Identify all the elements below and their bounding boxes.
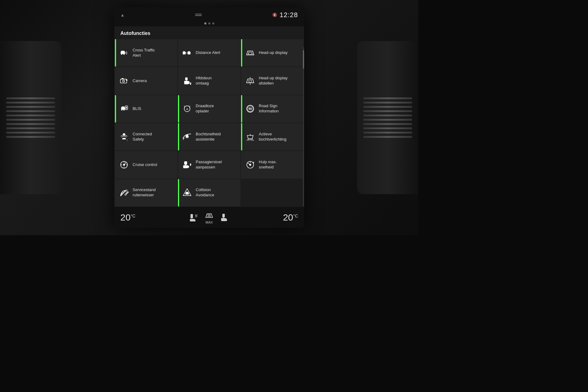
- svg-point-2: [121, 54, 122, 55]
- scrollbar[interactable]: [303, 47, 304, 206]
- main-content: Autofuncties: [114, 26, 304, 206]
- svg-rect-81: [186, 192, 188, 193]
- svg-marker-28: [190, 82, 191, 85]
- svg-rect-67: [184, 161, 187, 165]
- servicestand-label: Servicestandruitenwisser: [133, 187, 174, 198]
- svg-line-59: [251, 139, 252, 141]
- navigation-icon: ▲: [120, 13, 125, 17]
- actieve-bochtverlichting-item[interactable]: Actievebochtverlichting: [241, 123, 303, 150]
- bochtsnelheid-item[interactable]: Bochtsnelheidassistentie: [178, 123, 240, 150]
- svg-point-10: [188, 54, 189, 55]
- camera-item[interactable]: Camera: [115, 67, 177, 94]
- svg-marker-71: [190, 163, 191, 166]
- corner-light-icon: [245, 131, 256, 142]
- svg-line-58: [248, 139, 249, 141]
- draadloze-oplader-label: Draadlozeoplader: [196, 104, 237, 114]
- connected-safety-item[interactable]: i ConnectedSafety: [115, 123, 177, 150]
- svg-point-37: [123, 109, 125, 111]
- svg-rect-80: [185, 193, 189, 194]
- svg-rect-1: [121, 51, 124, 52]
- blis-label: BLIS: [133, 106, 174, 111]
- wiper-icon: [119, 187, 130, 198]
- actieve-bochtverlichting-label: Actievebochtverlichting: [259, 132, 300, 142]
- hulp-max-snelheid-label: Hulp max.snelheid: [259, 160, 300, 170]
- head-up-display-item[interactable]: Head-up display: [241, 39, 303, 66]
- menu-grid: Cross TrafficAlert: [114, 39, 304, 206]
- road-sign-icon: 90: [245, 103, 256, 114]
- cruise-control-icon: [119, 159, 130, 170]
- passenger-seat-icon: [182, 159, 193, 170]
- svg-rect-99: [221, 218, 226, 221]
- cruise-control-label: Cruise control: [133, 162, 174, 168]
- svg-rect-85: [190, 219, 195, 221]
- svg-line-75: [248, 163, 250, 165]
- car-background: ▲ 🔇 12:28 Autofuncties: [0, 0, 418, 235]
- climate-controls: MAX: [189, 211, 229, 224]
- collision-avoidance-label: CollisionAvoidance: [196, 187, 237, 198]
- max-speed-icon: [245, 159, 256, 170]
- svg-point-46: [123, 133, 125, 136]
- hfdsteun-item[interactable]: Hfdsteunomlaag: [178, 67, 240, 94]
- svg-point-50: [186, 137, 187, 138]
- menu-row-1: Cross TrafficAlert: [115, 39, 303, 66]
- menu-row-4: i ConnectedSafety: [115, 123, 303, 150]
- svg-point-3: [123, 54, 125, 55]
- head-up-icon: [245, 47, 256, 58]
- page-title: Autofuncties: [114, 26, 304, 39]
- scroll-thumb[interactable]: [303, 50, 304, 69]
- hulp-max-snelheid-item[interactable]: Hulp max.snelheid: [241, 151, 303, 178]
- servicestand-item[interactable]: Servicestandruitenwisser: [115, 179, 177, 206]
- headrest-icon: [182, 75, 193, 86]
- dot-2[interactable]: [208, 22, 210, 24]
- svg-line-55: [247, 139, 248, 141]
- svg-rect-22: [126, 80, 127, 81]
- left-temperature[interactable]: 20 °C: [120, 212, 135, 223]
- cross-traffic-label: Cross TrafficAlert: [133, 48, 174, 58]
- camera-icon: [119, 75, 130, 86]
- dot-1[interactable]: [204, 22, 206, 24]
- connected-safety-icon: i: [119, 131, 130, 142]
- svg-point-83: [188, 194, 189, 195]
- head-up-adjust-icon: [245, 75, 256, 86]
- collision-icon: [182, 187, 193, 198]
- collision-avoidance-item[interactable]: CollisionAvoidance: [178, 179, 240, 206]
- empty-slot: [241, 179, 303, 206]
- cross-traffic-alert-item[interactable]: Cross TrafficAlert: [115, 39, 177, 66]
- svg-rect-24: [185, 77, 188, 81]
- svg-rect-35: [122, 107, 125, 108]
- passagierstoel-label: Passagierstoelaanpassen: [196, 160, 237, 170]
- fan-control[interactable]: MAX: [205, 211, 214, 224]
- left-vent: [0, 41, 61, 194]
- connected-safety-label: ConnectedSafety: [133, 132, 174, 142]
- seat-right[interactable]: [220, 213, 229, 222]
- passagierstoel-item[interactable]: Passagierstoelaanpassen: [178, 151, 240, 178]
- svg-rect-100: [225, 219, 227, 221]
- road-sign-info-item[interactable]: 90 Road SignInformation: [241, 95, 303, 123]
- menu-row-5: Cruise control: [115, 151, 303, 178]
- svg-text:90: 90: [248, 107, 252, 111]
- svg-marker-31: [250, 77, 251, 77]
- blis-item[interactable]: BLIS: [115, 95, 177, 123]
- menu-icon[interactable]: [195, 14, 202, 16]
- svg-rect-49: [186, 134, 188, 135]
- svg-line-57: [252, 139, 254, 141]
- distance-alert-label: Distance Alert: [196, 50, 237, 55]
- svg-rect-29: [249, 80, 252, 82]
- cruise-control-item[interactable]: Cruise control: [115, 151, 177, 178]
- menu-row-6: Servicestandruitenwisser: [115, 179, 303, 206]
- head-up-afstellen-item[interactable]: Head-up displayafstellen: [241, 67, 303, 94]
- svg-rect-23: [122, 78, 123, 79]
- right-temperature[interactable]: 20 °C: [283, 212, 298, 223]
- dot-3[interactable]: [212, 22, 214, 24]
- menu-row-3: BLIS +: [115, 95, 303, 123]
- right-vent: [357, 41, 418, 194]
- svg-point-11: [189, 54, 190, 55]
- status-bar: ▲ 🔇 12:28: [114, 7, 304, 21]
- svg-rect-5: [183, 51, 185, 52]
- cross-traffic-icon: [119, 47, 130, 58]
- seat-heat-left[interactable]: [189, 213, 198, 222]
- draadloze-oplader-item[interactable]: + Draadlozeoplader: [178, 95, 240, 123]
- distance-alert-item[interactable]: Distance Alert: [178, 39, 240, 66]
- svg-rect-86: [194, 220, 195, 221]
- mute-icon: 🔇: [272, 13, 277, 17]
